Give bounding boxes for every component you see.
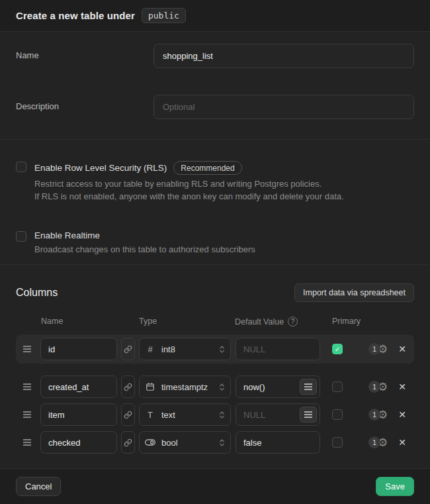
column-type-label: timestamptz xyxy=(161,382,213,392)
remove-column-icon[interactable]: ✕ xyxy=(397,343,408,355)
name-label: Name xyxy=(16,44,153,68)
drag-handle-icon[interactable] xyxy=(22,411,34,419)
rls-checkbox[interactable] xyxy=(16,162,26,172)
column-settings[interactable]: 1 ⚙ xyxy=(368,381,388,393)
save-button[interactable]: Save xyxy=(376,477,414,497)
remove-column-icon[interactable]: ✕ xyxy=(397,381,408,393)
column-type-label: text xyxy=(161,410,213,420)
columns-heading: Columns xyxy=(16,287,58,299)
column-settings[interactable]: 1 ⚙ xyxy=(368,409,388,421)
default-value-help-icon[interactable]: ? xyxy=(288,317,298,327)
column-type-select[interactable]: # T int8 xyxy=(139,338,231,360)
default-value-menu-icon[interactable] xyxy=(300,407,317,423)
dialog-footer: Cancel Save xyxy=(0,468,430,504)
realtime-description: Broadcast changes on this table to autho… xyxy=(34,243,255,256)
column-type-label: bool xyxy=(161,438,213,448)
header-default-value: Default Value ? xyxy=(235,317,332,327)
remove-column-icon[interactable]: ✕ xyxy=(397,436,408,448)
description-field-row: Description xyxy=(16,95,414,119)
text-type-icon: T xyxy=(145,410,155,420)
table-options-section: Enable Row Level Security (RLS) Recommen… xyxy=(0,140,430,265)
realtime-checkbox[interactable] xyxy=(16,231,26,242)
rls-label: Enable Row Level Security (RLS) xyxy=(34,163,167,173)
name-field-row: Name xyxy=(16,44,414,68)
column-row: # T text xyxy=(16,401,414,428)
column-type-select[interactable]: # T text xyxy=(139,403,231,426)
realtime-label: Enable Realtime xyxy=(34,230,100,240)
remove-column-icon[interactable]: ✕ xyxy=(397,409,408,421)
rls-option: Enable Row Level Security (RLS) Recommen… xyxy=(16,161,414,203)
rls-text: Enable Row Level Security (RLS) Recommen… xyxy=(34,161,344,203)
chevron-up-down-icon xyxy=(219,344,225,354)
drag-handle-icon[interactable] xyxy=(22,438,34,446)
primary-checkbox[interactable] xyxy=(332,409,343,420)
foreign-key-link-icon[interactable] xyxy=(121,431,135,454)
recommended-badge: Recommended xyxy=(173,161,241,175)
dialog-title: Create a new table under xyxy=(16,10,135,21)
foreign-key-link-icon[interactable] xyxy=(121,376,135,398)
description-label: Description xyxy=(16,95,153,119)
foreign-key-link-icon[interactable] xyxy=(121,403,135,426)
primary-checkbox[interactable] xyxy=(332,437,343,448)
column-type-label: int8 xyxy=(161,344,213,354)
column-settings[interactable]: 1 ⚙ xyxy=(368,436,388,448)
chevron-up-down-icon xyxy=(219,438,225,448)
column-name-input[interactable] xyxy=(40,338,117,360)
table-description-input[interactable] xyxy=(153,95,414,119)
column-row: # T int8 xyxy=(16,334,414,364)
column-rows: # T int8 xyxy=(16,334,414,456)
column-row: # T bool xyxy=(16,428,414,456)
schema-badge: public xyxy=(142,8,186,23)
settings-count-badge: 1 xyxy=(368,436,380,448)
column-name-input[interactable] xyxy=(40,403,117,426)
column-settings[interactable]: 1 ⚙ xyxy=(368,343,388,355)
calendar-icon xyxy=(145,382,155,391)
columns-grid-headers: Name Type Default Value ? Primary xyxy=(16,317,414,327)
column-name-input[interactable] xyxy=(40,431,117,454)
toggle-icon xyxy=(145,438,155,446)
foreign-key-link-icon[interactable] xyxy=(121,338,135,360)
settings-count-badge: 1 xyxy=(368,343,380,355)
column-type-select[interactable]: # T timestamptz xyxy=(139,376,231,398)
dialog-header: Create a new table under public xyxy=(0,0,430,32)
settings-count-badge: 1 xyxy=(368,381,380,393)
chevron-up-down-icon xyxy=(219,410,225,420)
header-primary: Primary xyxy=(332,317,361,327)
realtime-option: Enable Realtime Broadcast changes on thi… xyxy=(16,230,414,256)
primary-checkbox[interactable]: ✓ xyxy=(332,344,343,354)
table-name-input[interactable] xyxy=(153,44,414,68)
column-type-select[interactable]: # T bool xyxy=(139,431,231,454)
default-value-input[interactable] xyxy=(236,431,320,454)
default-value-menu-icon[interactable] xyxy=(300,379,317,395)
drag-handle-icon[interactable] xyxy=(22,383,34,391)
column-row: # T timestamptz xyxy=(16,373,414,401)
primary-checkbox[interactable] xyxy=(332,381,343,392)
cancel-button[interactable]: Cancel xyxy=(16,477,61,497)
rls-description: Restrict access to your table by enablin… xyxy=(34,177,344,203)
column-name-input[interactable] xyxy=(40,376,117,398)
columns-section: Columns Import data via spreadsheet Name… xyxy=(0,265,430,468)
import-spreadsheet-button[interactable]: Import data via spreadsheet xyxy=(294,283,414,302)
settings-count-badge: 1 xyxy=(368,409,380,421)
realtime-text: Enable Realtime Broadcast changes on thi… xyxy=(34,230,255,256)
create-table-dialog: Create a new table under public Name Des… xyxy=(0,0,430,504)
default-value-input[interactable] xyxy=(236,338,320,360)
drag-handle-icon[interactable] xyxy=(22,345,34,353)
header-type: Type xyxy=(139,317,235,327)
table-details-section: Name Description xyxy=(0,32,430,140)
hash-icon: # xyxy=(145,344,155,354)
header-name: Name xyxy=(41,317,139,327)
chevron-up-down-icon xyxy=(219,382,225,392)
